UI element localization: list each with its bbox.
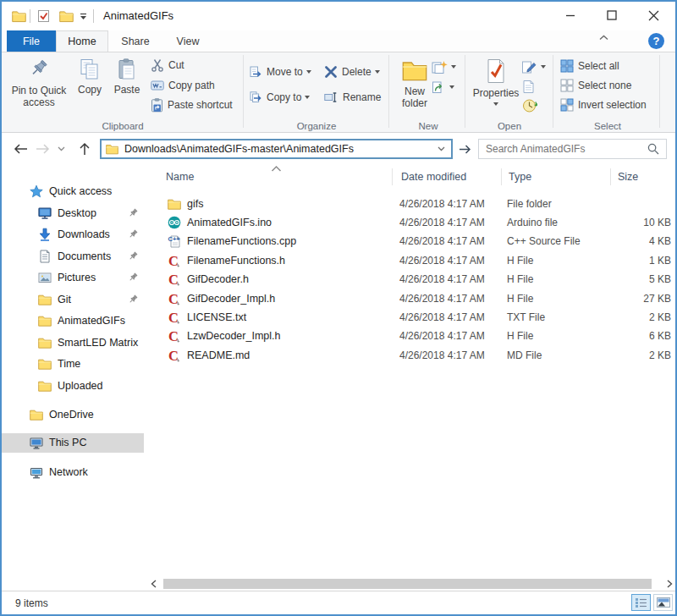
- file-row-lzwdecoder-impl-h[interactable]: CLzwDecoder_Impl.h4/26/2018 4:17 AMH Fil…: [148, 327, 675, 346]
- sidebar-item-desktop[interactable]: Desktop: [2, 204, 144, 223]
- file-date-modified: 4/26/2018 4:17 AM: [399, 235, 485, 247]
- invert-selection-icon: [560, 98, 574, 112]
- tab-share[interactable]: Share: [108, 30, 162, 52]
- sidebar-item-downloads[interactable]: Downloads: [2, 225, 144, 245]
- scrollbar-thumb[interactable]: [163, 579, 652, 589]
- qat-properties-icon[interactable]: [37, 9, 50, 23]
- column-header-size[interactable]: Size: [618, 171, 638, 183]
- select-none-button[interactable]: Select none: [560, 76, 631, 95]
- pin-to-quick-access-button[interactable]: Pin to Quick access: [8, 58, 69, 108]
- copy-path-button[interactable]: Copy path: [151, 76, 215, 95]
- rename-button[interactable]: Rename: [324, 88, 381, 107]
- new-folder-button[interactable]: New folder: [394, 58, 436, 109]
- file-row-readme-md[interactable]: CREADME.md4/26/2018 4:17 AMMD File2 KB: [148, 346, 675, 366]
- file-date-modified: 4/26/2018 4:17 AM: [399, 198, 485, 210]
- cut-button[interactable]: Cut: [151, 56, 184, 74]
- file-row-filenamefunctions-h[interactable]: CFilenameFunctions.h4/26/2018 4:17 AMH F…: [148, 251, 675, 271]
- column-header-date-modified[interactable]: Date modified: [401, 171, 466, 183]
- delete-icon: [324, 65, 338, 79]
- folder-icon: [38, 314, 52, 327]
- group-separator: [388, 55, 389, 128]
- scroll-left-icon[interactable]: [151, 580, 161, 588]
- sidebar-item-network[interactable]: Network: [2, 463, 144, 482]
- select-all-button[interactable]: Select all: [560, 57, 619, 75]
- horizontal-scrollbar[interactable]: [148, 578, 675, 590]
- close-button[interactable]: [639, 2, 668, 29]
- file-size: 6 KB: [588, 330, 671, 342]
- sidebar-item-onedrive[interactable]: OneDrive: [2, 405, 144, 425]
- column-separator[interactable]: [610, 168, 611, 185]
- up-button[interactable]: [74, 140, 95, 158]
- sidebar-item-label: Desktop: [58, 207, 96, 219]
- file-size: 1 KB: [588, 255, 671, 267]
- sidebar-item-pictures[interactable]: Pictures: [2, 268, 144, 288]
- open-file-button[interactable]: [521, 77, 536, 96]
- properties-button[interactable]: Properties: [472, 58, 520, 106]
- history-button[interactable]: [521, 96, 537, 115]
- easy-access-button[interactable]: [432, 78, 454, 96]
- help-button[interactable]: ?: [648, 33, 664, 49]
- qat-new-folder-icon[interactable]: [59, 9, 74, 23]
- file-row-animatedgifs-ino[interactable]: AnimatedGIFs.ino4/26/2018 4:17 AMArduino…: [148, 213, 675, 233]
- details-view-button[interactable]: [631, 594, 651, 611]
- sidebar-item-smartled-matrix[interactable]: SmartLED Matrix: [2, 333, 144, 353]
- folder-icon: [38, 336, 52, 349]
- file-name: GifDecoder_Impl.h: [187, 293, 275, 305]
- edit-button[interactable]: [521, 58, 546, 76]
- copy-button[interactable]: Copy: [72, 58, 107, 96]
- pushpin-icon: [27, 58, 51, 81]
- file-name: gifs: [187, 198, 203, 210]
- column-header-name[interactable]: Name: [166, 171, 194, 183]
- pinned-icon: [129, 272, 139, 283]
- forward-button[interactable]: [32, 140, 52, 158]
- svg-text:C: C: [168, 292, 179, 305]
- new-item-button[interactable]: [432, 58, 456, 76]
- sidebar-item-time[interactable]: Time: [2, 355, 144, 374]
- minimize-button[interactable]: [556, 2, 585, 29]
- tab-home[interactable]: Home: [56, 30, 108, 52]
- tab-view[interactable]: View: [162, 30, 213, 52]
- column-separator[interactable]: [392, 168, 393, 185]
- file-date-modified: 4/26/2018 4:17 AM: [399, 330, 485, 342]
- sidebar-item-uploaded[interactable]: Uploaded: [2, 377, 144, 396]
- sidebar-item-label: Uploaded: [58, 380, 103, 392]
- file-row-gifdecoder-impl-h[interactable]: CGifDecoder_Impl.h4/26/2018 4:17 AMH Fil…: [148, 289, 675, 309]
- file-type: H File: [507, 255, 533, 267]
- qat-customize-chevron-icon[interactable]: [80, 13, 87, 20]
- address-bar[interactable]: Downloads\AnimatedGIFs-master\AnimatedGI…: [100, 139, 453, 159]
- invert-selection-button[interactable]: Invert selection: [560, 96, 647, 114]
- column-header-type[interactable]: Type: [509, 171, 531, 183]
- column-separator[interactable]: [501, 168, 502, 185]
- sidebar-item-documents[interactable]: Documents: [2, 247, 144, 267]
- tab-file[interactable]: File: [7, 30, 56, 52]
- address-folder-icon: [106, 143, 118, 155]
- maximize-button[interactable]: [597, 2, 626, 29]
- scroll-right-icon[interactable]: [667, 580, 677, 588]
- minimize-ribbon-chevron-icon[interactable]: [599, 35, 616, 48]
- delete-button[interactable]: Delete: [324, 63, 380, 81]
- sidebar-item-quick-access[interactable]: Quick access: [2, 182, 144, 201]
- address-dropdown-chevron-icon[interactable]: [438, 146, 445, 151]
- file-row-filenamefunctions-cpp[interactable]: C++FilenameFunctions.cpp4/26/2018 4:17 A…: [148, 232, 675, 251]
- recent-locations-chevron-icon[interactable]: [54, 140, 68, 158]
- search-box[interactable]: Search AnimatedGIFs: [478, 139, 667, 159]
- paste-shortcut-label: Paste shortcut: [168, 99, 233, 111]
- file-row-gifdecoder-h[interactable]: CGifDecoder.h4/26/2018 4:17 AMH File5 KB: [148, 270, 675, 289]
- sidebar-item-this-pc[interactable]: This PC: [2, 433, 144, 453]
- sidebar-item-animatedgifs[interactable]: AnimatedGIFs: [2, 311, 144, 331]
- organize-group-label: Organize: [266, 121, 367, 131]
- search-icon[interactable]: [647, 143, 659, 155]
- go-to-button[interactable]: [455, 140, 474, 158]
- copy-to-icon: [250, 91, 262, 103]
- sidebar-item-git[interactable]: Git: [2, 290, 144, 310]
- svg-text:C: C: [168, 311, 179, 324]
- copy-to-button[interactable]: Copy to: [250, 88, 310, 107]
- back-button[interactable]: [10, 140, 30, 158]
- file-row-license-txt[interactable]: CLICENSE.txt4/26/2018 4:17 AMTXT File2 K…: [148, 308, 675, 327]
- file-row-gifs[interactable]: gifs4/26/2018 4:17 AMFile folder: [148, 195, 675, 214]
- minimize-icon: [565, 10, 575, 20]
- thumbnails-view-button[interactable]: [653, 594, 673, 611]
- paste-shortcut-button[interactable]: Paste shortcut: [151, 96, 233, 114]
- move-to-button[interactable]: Move to: [250, 63, 311, 81]
- paste-button[interactable]: Paste: [109, 58, 145, 96]
